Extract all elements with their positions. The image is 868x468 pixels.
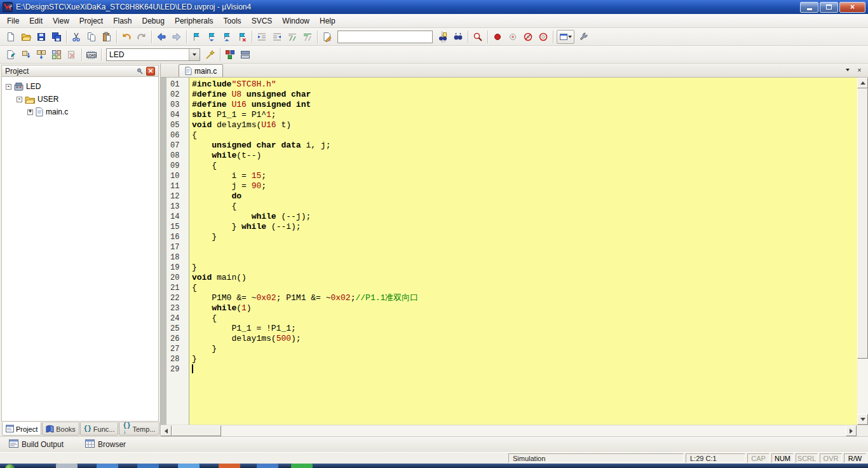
pin-button[interactable] xyxy=(135,67,144,76)
build-button[interactable] xyxy=(18,47,34,62)
taskbar-app[interactable] xyxy=(291,464,313,468)
menu-view[interactable]: View xyxy=(48,15,74,27)
vertical-scroll-track[interactable] xyxy=(857,88,868,414)
target-select[interactable]: LED xyxy=(106,48,200,61)
close-button[interactable]: × xyxy=(839,2,865,13)
menu-peripherals[interactable]: Peripherals xyxy=(170,15,219,27)
undo-button[interactable] xyxy=(119,29,134,45)
taskbar-app[interactable] xyxy=(178,464,200,468)
collapse-icon[interactable]: - xyxy=(17,97,22,102)
editor-tab-main-c[interactable]: main.c xyxy=(179,64,223,77)
navigate-back-button[interactable] xyxy=(154,29,169,45)
arrow-right-icon xyxy=(850,429,855,434)
save-button[interactable] xyxy=(34,29,49,45)
arrow-left-icon xyxy=(156,32,166,42)
toggle-breakpoint-button[interactable] xyxy=(490,29,505,45)
batch-build-button[interactable] xyxy=(49,47,64,62)
comment-button[interactable]: // xyxy=(285,29,300,45)
copy-button[interactable] xyxy=(84,29,99,45)
clear-bookmarks-button[interactable] xyxy=(234,29,250,45)
vertical-scroll-thumb[interactable] xyxy=(857,88,868,359)
rebuild-button[interactable] xyxy=(34,47,49,62)
menu-file[interactable]: File xyxy=(2,15,24,27)
taskbar-app[interactable] xyxy=(56,464,78,468)
manage-run-time-environment-button[interactable] xyxy=(238,47,253,62)
expand-icon[interactable]: + xyxy=(27,109,33,115)
find-button[interactable] xyxy=(451,29,466,45)
bottom-tab-books[interactable]: Books xyxy=(42,422,79,436)
minimize-button[interactable] xyxy=(800,2,818,13)
options-for-target-button[interactable] xyxy=(203,47,218,62)
new-file-button[interactable] xyxy=(3,29,18,45)
uncomment-button[interactable]: // xyxy=(300,29,315,45)
toggle-bookmark-button[interactable] xyxy=(189,29,204,45)
output-tab-build-output[interactable]: Build Output xyxy=(3,438,70,451)
indent-left-button[interactable] xyxy=(254,29,269,45)
main-area: Project ✕ -LED-USER+main.c ProjectBooks{… xyxy=(0,64,868,436)
tree-node-led[interactable]: -LED xyxy=(3,80,157,93)
panel-close-button[interactable]: ✕ xyxy=(146,67,155,76)
navigate-forward-button[interactable] xyxy=(169,29,184,45)
incremental-find-button[interactable] xyxy=(470,29,485,45)
target-select-dropdown[interactable] xyxy=(189,49,200,60)
vertical-scrollbar[interactable] xyxy=(857,78,868,425)
menu-help[interactable]: Help xyxy=(315,15,341,27)
taskbar-app[interactable] xyxy=(219,464,240,468)
code-editor[interactable]: 0102030405060708091011121314151617181920… xyxy=(161,78,868,425)
menu-svcs[interactable]: SVCS xyxy=(247,15,278,27)
code-content[interactable]: #include"STC8H.h"#define U8 unsigned cha… xyxy=(189,78,857,425)
taskbar-app[interactable] xyxy=(257,464,278,468)
horizontal-scrollbar[interactable] xyxy=(161,425,868,436)
scroll-left-button[interactable] xyxy=(161,425,172,436)
menu-flash[interactable]: Flash xyxy=(108,15,137,27)
find-input[interactable] xyxy=(338,32,442,41)
debug-windows-dropdown[interactable] xyxy=(557,30,574,44)
edit-find-setup-button[interactable] xyxy=(320,29,335,45)
maximize-button[interactable] xyxy=(820,2,838,13)
next-bookmark-button[interactable] xyxy=(219,29,234,45)
close-tab-button[interactable]: × xyxy=(855,65,864,74)
scroll-down-button[interactable] xyxy=(857,414,868,425)
find-in-files-button[interactable] xyxy=(435,29,451,45)
horizontal-scroll-thumb[interactable] xyxy=(172,425,221,436)
configuration-button[interactable] xyxy=(576,29,591,45)
menu-debug[interactable]: Debug xyxy=(137,15,170,27)
scroll-up-button[interactable] xyxy=(857,78,868,88)
manage-project-items-button[interactable] xyxy=(222,47,238,62)
taskbar-app[interactable] xyxy=(97,464,118,468)
breakpoint-margin[interactable] xyxy=(161,78,166,425)
cut-button[interactable] xyxy=(69,29,84,45)
start-button[interactable] xyxy=(5,464,15,468)
open-file-button[interactable] xyxy=(18,29,34,45)
tab-list-button[interactable] xyxy=(843,65,852,74)
translate-button[interactable] xyxy=(3,47,18,62)
bookmark-flag-icon xyxy=(191,32,201,42)
output-tab-browser[interactable]: Browser xyxy=(79,438,132,451)
menu-window[interactable]: Window xyxy=(277,15,315,27)
project-tree[interactable]: -LED-USER+main.c xyxy=(1,77,159,422)
scroll-right-button[interactable] xyxy=(846,425,857,436)
menu-edit[interactable]: Edit xyxy=(24,15,48,27)
status-bar: Simulation L:29 C:1 CAPNUMSCRLOVRR/W xyxy=(0,452,868,464)
windows-taskbar[interactable] xyxy=(0,464,868,468)
bottom-tab-func[interactable]: {}Func... xyxy=(80,422,119,436)
save-all-button[interactable] xyxy=(49,29,64,45)
taskbar-app[interactable] xyxy=(137,464,159,468)
disable-breakpoint-button[interactable] xyxy=(505,29,520,45)
indent-right-button[interactable] xyxy=(269,29,285,45)
horizontal-scroll-track[interactable] xyxy=(221,425,846,436)
kill-all-breakpoints-button[interactable] xyxy=(520,29,536,45)
download-button[interactable]: LOAD xyxy=(84,47,99,62)
redo-button[interactable] xyxy=(134,29,149,45)
menu-project[interactable]: Project xyxy=(74,15,108,27)
tree-node-user[interactable]: -USER xyxy=(3,93,157,106)
prev-bookmark-button[interactable] xyxy=(204,29,219,45)
menu-tools[interactable]: Tools xyxy=(219,15,247,27)
bottom-tab-temp[interactable]: {}↓Temp... xyxy=(119,422,159,436)
paste-button[interactable] xyxy=(99,29,114,45)
tree-node-main-c[interactable]: +main.c xyxy=(3,106,157,118)
disable-all-breakpoints-button[interactable] xyxy=(536,29,551,45)
bottom-tab-project[interactable]: Project xyxy=(2,422,41,436)
collapse-icon[interactable]: - xyxy=(6,84,11,90)
stop-build-button[interactable] xyxy=(64,47,79,62)
